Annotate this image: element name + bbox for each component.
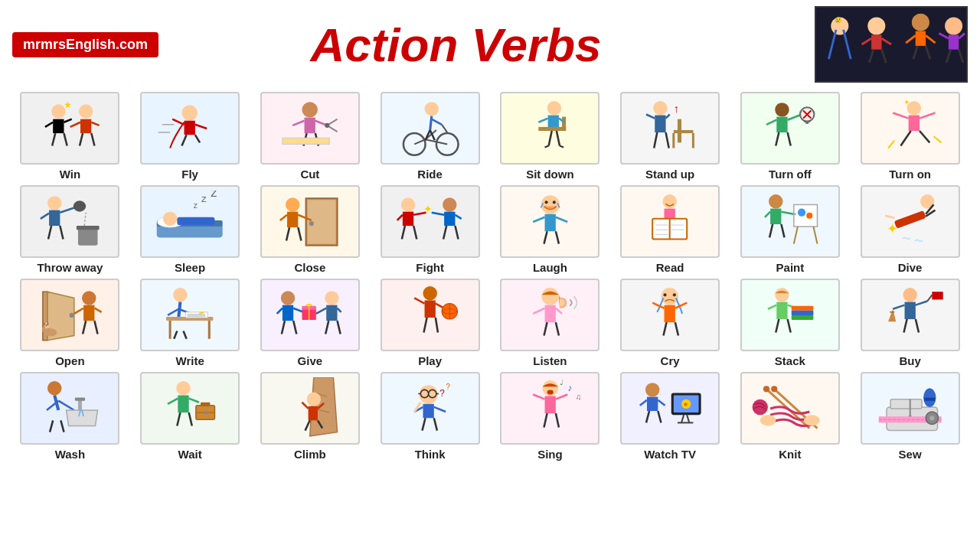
svg-line-296: [422, 418, 425, 430]
svg-line-285: [305, 420, 310, 430]
svg-rect-224: [424, 300, 435, 318]
verb-label: Knit: [779, 448, 801, 461]
svg-line-188: [74, 308, 83, 313]
svg-rect-38: [185, 120, 195, 134]
svg-rect-88: [776, 116, 787, 132]
verb-card-ride: [381, 92, 480, 165]
svg-rect-135: [403, 211, 413, 225]
svg-line-41: [182, 135, 187, 145]
verb-item-cry: Cry: [612, 279, 728, 367]
verb-label: Cut: [300, 168, 319, 181]
verb-card-open: 🐕: [20, 279, 119, 351]
svg-text:z: z: [201, 193, 207, 204]
svg-line-151: [533, 217, 544, 221]
svg-rect-13: [916, 31, 926, 46]
svg-line-178: [885, 215, 894, 217]
svg-line-241: [653, 302, 665, 308]
verb-item-turn-on: ✦ Turn on: [852, 92, 968, 181]
svg-rect-302: [544, 396, 555, 413]
svg-rect-272: [178, 395, 189, 412]
svg-line-146: [455, 226, 458, 239]
svg-line-144: [455, 214, 461, 218]
svg-line-137: [397, 214, 403, 220]
svg-line-236: [556, 322, 559, 335]
svg-line-235: [544, 322, 547, 335]
svg-text:?: ?: [439, 387, 445, 398]
svg-point-185: [69, 312, 74, 317]
verb-card-throw-away: [20, 185, 119, 258]
verb-item-paint: Paint: [733, 185, 848, 274]
svg-rect-331: [890, 399, 922, 408]
svg-line-212: [282, 321, 285, 334]
svg-text:✦: ✦: [903, 98, 910, 106]
svg-line-82: [646, 114, 655, 118]
svg-line-139: [413, 226, 416, 239]
svg-line-15: [926, 35, 935, 43]
verb-card-fly: [140, 92, 240, 165]
svg-point-164: [769, 194, 782, 208]
svg-line-103: [920, 131, 929, 142]
verb-card-stack: [740, 279, 840, 351]
svg-line-39: [173, 119, 185, 124]
svg-rect-246: [776, 302, 787, 319]
svg-text:♪: ♪: [567, 383, 572, 393]
svg-point-120: [163, 211, 177, 225]
svg-text:z: z: [211, 191, 217, 199]
svg-text:?: ?: [446, 383, 450, 391]
svg-line-270: [60, 420, 64, 432]
svg-rect-255: [904, 302, 915, 319]
svg-line-276: [189, 412, 192, 425]
svg-point-51: [325, 122, 329, 127]
verb-card-sing: ♪ ♫ ♩: [500, 372, 599, 445]
svg-point-128: [286, 197, 299, 211]
verb-item-buy: Buy: [852, 279, 968, 367]
svg-rect-335: [924, 397, 935, 400]
svg-point-271: [177, 381, 191, 395]
svg-point-231: [541, 288, 559, 305]
svg-line-145: [443, 226, 446, 239]
verb-label: Fight: [416, 261, 444, 274]
svg-line-72: [544, 145, 548, 147]
svg-text:🐕: 🐕: [44, 322, 51, 329]
verb-item-sing: ♪ ♫ ♩ Sing: [492, 372, 608, 461]
verb-card-think: ? ?: [381, 372, 480, 445]
svg-rect-268: [75, 397, 85, 400]
svg-rect-218: [326, 305, 337, 320]
verb-item-give: Give: [253, 279, 368, 367]
verb-label: Laugh: [533, 261, 567, 274]
verb-item-sit-down: Sit down: [492, 92, 608, 181]
svg-line-114: [48, 226, 51, 239]
svg-point-30: [79, 104, 93, 118]
svg-line-42: [195, 135, 200, 142]
svg-rect-170: [794, 204, 818, 227]
verb-item-wait: Wait: [132, 372, 248, 461]
svg-point-80: [654, 101, 668, 115]
svg-line-220: [338, 308, 341, 311]
svg-rect-111: [78, 228, 98, 246]
svg-line-230: [436, 318, 438, 332]
verb-card-listen: [500, 279, 599, 351]
svg-rect-7: [871, 35, 881, 50]
header-illustration: 😢: [815, 6, 968, 83]
verb-card-wash: [20, 372, 119, 445]
svg-line-303: [533, 394, 544, 399]
verb-label: Open: [55, 354, 84, 367]
svg-rect-187: [83, 305, 94, 320]
svg-line-56: [430, 116, 432, 129]
verb-label: Sing: [537, 448, 563, 461]
svg-line-225: [414, 298, 424, 303]
svg-line-109: [60, 207, 74, 212]
svg-line-273: [168, 398, 178, 403]
svg-point-148: [544, 201, 547, 204]
svg-line-221: [325, 321, 328, 334]
svg-rect-99: [909, 115, 920, 130]
svg-text:♩: ♩: [560, 378, 564, 386]
svg-line-152: [556, 217, 567, 221]
svg-point-324: [763, 386, 769, 392]
svg-line-143: [432, 212, 444, 214]
verb-label: Throw away: [37, 261, 103, 274]
svg-point-18: [945, 17, 962, 34]
svg-line-27: [64, 119, 71, 122]
svg-rect-112: [77, 226, 100, 230]
svg-line-4: [847, 44, 851, 59]
